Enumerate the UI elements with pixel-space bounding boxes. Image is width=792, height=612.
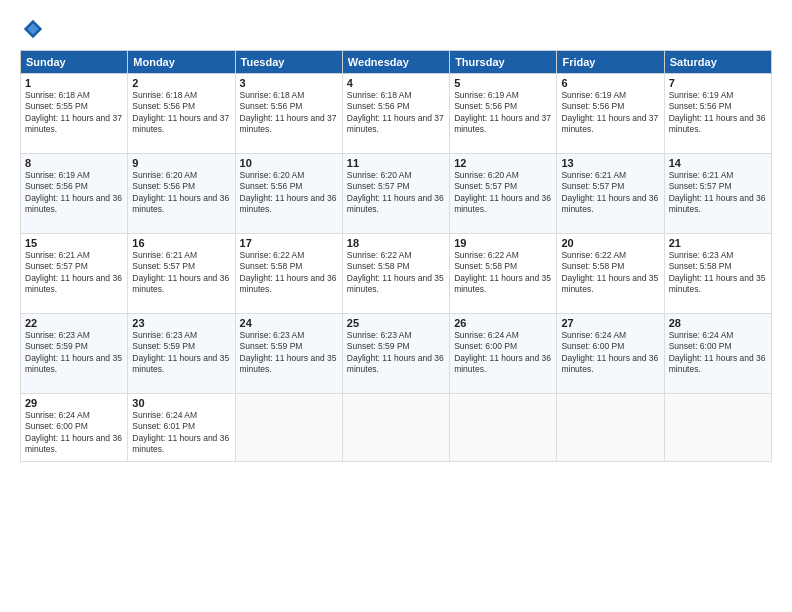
- calendar-cell: [664, 394, 771, 462]
- day-info: Sunrise: 6:21 AMSunset: 5:57 PMDaylight:…: [669, 170, 767, 216]
- calendar-header-monday: Monday: [128, 51, 235, 74]
- day-number: 30: [132, 397, 230, 409]
- day-info: Sunrise: 6:23 AMSunset: 5:59 PMDaylight:…: [132, 330, 230, 376]
- calendar-cell: 12Sunrise: 6:20 AMSunset: 5:57 PMDayligh…: [450, 154, 557, 234]
- calendar-cell: 13Sunrise: 6:21 AMSunset: 5:57 PMDayligh…: [557, 154, 664, 234]
- day-number: 2: [132, 77, 230, 89]
- day-info: Sunrise: 6:18 AMSunset: 5:55 PMDaylight:…: [25, 90, 123, 136]
- calendar-cell: 5Sunrise: 6:19 AMSunset: 5:56 PMDaylight…: [450, 74, 557, 154]
- calendar-cell: [450, 394, 557, 462]
- day-info: Sunrise: 6:22 AMSunset: 5:58 PMDaylight:…: [454, 250, 552, 296]
- day-info: Sunrise: 6:23 AMSunset: 5:59 PMDaylight:…: [25, 330, 123, 376]
- day-number: 10: [240, 157, 338, 169]
- calendar-header-thursday: Thursday: [450, 51, 557, 74]
- page: SundayMondayTuesdayWednesdayThursdayFrid…: [0, 0, 792, 612]
- calendar-cell: [235, 394, 342, 462]
- calendar-cell: [557, 394, 664, 462]
- calendar-cell: 28Sunrise: 6:24 AMSunset: 6:00 PMDayligh…: [664, 314, 771, 394]
- day-info: Sunrise: 6:24 AMSunset: 6:00 PMDaylight:…: [561, 330, 659, 376]
- calendar-header-wednesday: Wednesday: [342, 51, 449, 74]
- calendar-week-row-3: 15Sunrise: 6:21 AMSunset: 5:57 PMDayligh…: [21, 234, 772, 314]
- calendar-cell: 25Sunrise: 6:23 AMSunset: 5:59 PMDayligh…: [342, 314, 449, 394]
- day-number: 27: [561, 317, 659, 329]
- logo-icon: [22, 18, 44, 40]
- calendar-cell: 22Sunrise: 6:23 AMSunset: 5:59 PMDayligh…: [21, 314, 128, 394]
- day-number: 29: [25, 397, 123, 409]
- day-number: 14: [669, 157, 767, 169]
- day-info: Sunrise: 6:19 AMSunset: 5:56 PMDaylight:…: [669, 90, 767, 136]
- day-number: 22: [25, 317, 123, 329]
- day-number: 26: [454, 317, 552, 329]
- day-info: Sunrise: 6:19 AMSunset: 5:56 PMDaylight:…: [454, 90, 552, 136]
- calendar-cell: 15Sunrise: 6:21 AMSunset: 5:57 PMDayligh…: [21, 234, 128, 314]
- calendar-header-friday: Friday: [557, 51, 664, 74]
- day-number: 28: [669, 317, 767, 329]
- day-info: Sunrise: 6:21 AMSunset: 5:57 PMDaylight:…: [132, 250, 230, 296]
- day-info: Sunrise: 6:20 AMSunset: 5:56 PMDaylight:…: [240, 170, 338, 216]
- day-info: Sunrise: 6:23 AMSunset: 5:59 PMDaylight:…: [347, 330, 445, 376]
- day-info: Sunrise: 6:22 AMSunset: 5:58 PMDaylight:…: [347, 250, 445, 296]
- calendar-cell: 10Sunrise: 6:20 AMSunset: 5:56 PMDayligh…: [235, 154, 342, 234]
- calendar-cell: 1Sunrise: 6:18 AMSunset: 5:55 PMDaylight…: [21, 74, 128, 154]
- calendar-week-row-5: 29Sunrise: 6:24 AMSunset: 6:00 PMDayligh…: [21, 394, 772, 462]
- day-number: 23: [132, 317, 230, 329]
- day-info: Sunrise: 6:24 AMSunset: 6:01 PMDaylight:…: [132, 410, 230, 456]
- calendar-week-row-2: 8Sunrise: 6:19 AMSunset: 5:56 PMDaylight…: [21, 154, 772, 234]
- day-info: Sunrise: 6:18 AMSunset: 5:56 PMDaylight:…: [347, 90, 445, 136]
- day-info: Sunrise: 6:18 AMSunset: 5:56 PMDaylight:…: [240, 90, 338, 136]
- calendar-header-row: SundayMondayTuesdayWednesdayThursdayFrid…: [21, 51, 772, 74]
- calendar-header-sunday: Sunday: [21, 51, 128, 74]
- calendar-cell: 9Sunrise: 6:20 AMSunset: 5:56 PMDaylight…: [128, 154, 235, 234]
- day-info: Sunrise: 6:19 AMSunset: 5:56 PMDaylight:…: [561, 90, 659, 136]
- day-number: 7: [669, 77, 767, 89]
- day-number: 25: [347, 317, 445, 329]
- day-number: 12: [454, 157, 552, 169]
- day-info: Sunrise: 6:24 AMSunset: 6:00 PMDaylight:…: [25, 410, 123, 456]
- day-number: 13: [561, 157, 659, 169]
- calendar-header-tuesday: Tuesday: [235, 51, 342, 74]
- calendar-cell: 2Sunrise: 6:18 AMSunset: 5:56 PMDaylight…: [128, 74, 235, 154]
- calendar-cell: 24Sunrise: 6:23 AMSunset: 5:59 PMDayligh…: [235, 314, 342, 394]
- day-info: Sunrise: 6:24 AMSunset: 6:00 PMDaylight:…: [669, 330, 767, 376]
- day-number: 3: [240, 77, 338, 89]
- calendar-cell: 16Sunrise: 6:21 AMSunset: 5:57 PMDayligh…: [128, 234, 235, 314]
- day-number: 19: [454, 237, 552, 249]
- calendar-cell: 3Sunrise: 6:18 AMSunset: 5:56 PMDaylight…: [235, 74, 342, 154]
- header: [20, 18, 772, 40]
- day-number: 8: [25, 157, 123, 169]
- day-number: 4: [347, 77, 445, 89]
- day-info: Sunrise: 6:22 AMSunset: 5:58 PMDaylight:…: [561, 250, 659, 296]
- calendar-cell: 21Sunrise: 6:23 AMSunset: 5:58 PMDayligh…: [664, 234, 771, 314]
- calendar-cell: 29Sunrise: 6:24 AMSunset: 6:00 PMDayligh…: [21, 394, 128, 462]
- day-number: 1: [25, 77, 123, 89]
- calendar-cell: [342, 394, 449, 462]
- day-number: 5: [454, 77, 552, 89]
- calendar-cell: 6Sunrise: 6:19 AMSunset: 5:56 PMDaylight…: [557, 74, 664, 154]
- day-number: 15: [25, 237, 123, 249]
- calendar-cell: 18Sunrise: 6:22 AMSunset: 5:58 PMDayligh…: [342, 234, 449, 314]
- day-number: 21: [669, 237, 767, 249]
- calendar-cell: 27Sunrise: 6:24 AMSunset: 6:00 PMDayligh…: [557, 314, 664, 394]
- calendar-cell: 26Sunrise: 6:24 AMSunset: 6:00 PMDayligh…: [450, 314, 557, 394]
- calendar-table: SundayMondayTuesdayWednesdayThursdayFrid…: [20, 50, 772, 462]
- calendar-header-saturday: Saturday: [664, 51, 771, 74]
- day-info: Sunrise: 6:20 AMSunset: 5:57 PMDaylight:…: [347, 170, 445, 216]
- day-number: 24: [240, 317, 338, 329]
- calendar-cell: 17Sunrise: 6:22 AMSunset: 5:58 PMDayligh…: [235, 234, 342, 314]
- logo: [20, 18, 44, 40]
- day-info: Sunrise: 6:23 AMSunset: 5:59 PMDaylight:…: [240, 330, 338, 376]
- day-number: 16: [132, 237, 230, 249]
- calendar-cell: 8Sunrise: 6:19 AMSunset: 5:56 PMDaylight…: [21, 154, 128, 234]
- day-number: 17: [240, 237, 338, 249]
- calendar-cell: 7Sunrise: 6:19 AMSunset: 5:56 PMDaylight…: [664, 74, 771, 154]
- day-info: Sunrise: 6:20 AMSunset: 5:56 PMDaylight:…: [132, 170, 230, 216]
- day-info: Sunrise: 6:24 AMSunset: 6:00 PMDaylight:…: [454, 330, 552, 376]
- calendar-cell: 11Sunrise: 6:20 AMSunset: 5:57 PMDayligh…: [342, 154, 449, 234]
- calendar-cell: 23Sunrise: 6:23 AMSunset: 5:59 PMDayligh…: [128, 314, 235, 394]
- day-info: Sunrise: 6:21 AMSunset: 5:57 PMDaylight:…: [25, 250, 123, 296]
- calendar-week-row-4: 22Sunrise: 6:23 AMSunset: 5:59 PMDayligh…: [21, 314, 772, 394]
- day-info: Sunrise: 6:22 AMSunset: 5:58 PMDaylight:…: [240, 250, 338, 296]
- calendar-cell: 4Sunrise: 6:18 AMSunset: 5:56 PMDaylight…: [342, 74, 449, 154]
- day-info: Sunrise: 6:18 AMSunset: 5:56 PMDaylight:…: [132, 90, 230, 136]
- day-info: Sunrise: 6:20 AMSunset: 5:57 PMDaylight:…: [454, 170, 552, 216]
